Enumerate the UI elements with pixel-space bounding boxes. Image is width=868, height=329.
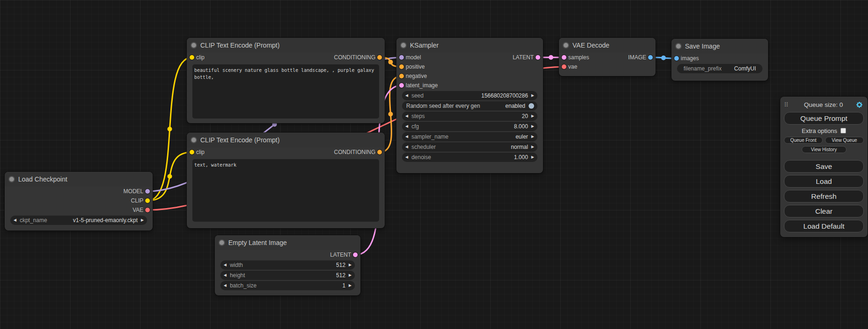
widget-seed[interactable]: ◀ seed 156680208700286 ▶ [402,91,537,100]
stepper-right-icon[interactable]: ▶ [531,125,534,128]
stepper-left-icon[interactable]: ◀ [405,114,408,118]
stepper-right-icon[interactable]: ▶ [349,273,352,277]
input-port-vae[interactable] [562,64,566,69]
widget-batch-size[interactable]: ◀ batch_size 1 ▶ [220,281,355,290]
negative-prompt-textarea[interactable]: text, watermark [192,159,379,222]
input-port-positive[interactable] [399,64,404,69]
widget-sampler-name[interactable]: ◀ sampler_name euler ▶ [402,132,537,141]
wire-midpoint-dot [661,56,666,60]
output-port-conditioning[interactable] [377,55,382,60]
extra-options-label: Extra options [802,127,837,134]
extra-options-row: Extra options [784,127,864,134]
stepper-left-icon[interactable]: ◀ [405,145,408,149]
input-port-images[interactable] [674,56,679,61]
node-ksampler[interactable]: KSampler model LATENT positive negative … [396,38,543,173]
node-vae-decode[interactable]: VAE Decode samples IMAGE vae [559,38,656,76]
input-port-clip[interactable] [190,55,194,60]
node-title: VAE Decode [572,42,609,49]
stepper-right-icon[interactable]: ▶ [349,284,352,287]
input-label: latent_image [406,82,438,89]
widget-scheduler[interactable]: ◀ scheduler normal ▶ [402,142,537,152]
settings-gear-icon[interactable] [855,100,864,109]
stepper-right-icon[interactable]: ▶ [531,114,534,118]
stepper-right-icon[interactable]: ▶ [531,94,534,98]
node-title-bar: VAE Decode [559,38,656,53]
node-title-bar: Save Image [671,39,768,54]
stepper-left-icon[interactable]: ◀ [14,218,16,222]
input-port-samples[interactable] [562,55,566,60]
control-panel: ⠿ Queue size: 0 Queue Prompt Extra optio… [780,97,868,237]
node-title: CLIP Text Encode (Prompt) [200,136,280,144]
widget-value: 512 [336,272,346,279]
input-port-model[interactable] [399,55,404,60]
widget-name: sampler_name [411,133,448,140]
output-port-vae[interactable] [145,208,150,212]
stepper-left-icon[interactable]: ◀ [224,284,226,287]
collapse-dot[interactable] [191,138,196,142]
input-port-clip[interactable] [190,150,194,154]
output-label: LATENT [513,54,534,61]
positive-prompt-textarea[interactable]: beautiful scenery nature glass bottle la… [192,64,379,119]
collapse-dot[interactable] [9,177,14,182]
node-clip-text-encode-negative[interactable]: CLIP Text Encode (Prompt) clip CONDITION… [187,133,385,228]
collapse-dot[interactable] [191,43,196,48]
node-title-bar: KSampler [396,38,543,53]
load-default-button[interactable]: Load Default [784,220,864,232]
input-label: model [406,54,421,61]
input-port-negative[interactable] [399,74,404,78]
node-graph-canvas[interactable]: Load Checkpoint MODEL CLIP VAE ◀ ckpt_na… [0,0,868,329]
view-queue-button[interactable]: View Queue [825,137,864,144]
stepper-left-icon[interactable]: ◀ [405,155,408,159]
stepper-right-icon[interactable]: ▶ [349,263,352,267]
clear-button[interactable]: Clear [784,205,864,217]
output-port-clip[interactable] [145,198,150,203]
stepper-right-icon[interactable]: ▶ [531,145,534,149]
node-title-bar: CLIP Text Encode (Prompt) [187,133,385,147]
node-load-checkpoint[interactable]: Load Checkpoint MODEL CLIP VAE ◀ ckpt_na… [5,172,153,231]
stepper-left-icon[interactable]: ◀ [224,273,226,277]
output-row: LATENT [215,250,360,259]
widget-ckpt-name[interactable]: ◀ ckpt_name v1-5-pruned-emaonly.ckpt ▶ [10,216,147,225]
widget-cfg[interactable]: ◀ cfg 8.000 ▶ [402,122,537,131]
stepper-right-icon[interactable]: ▶ [531,155,534,159]
widget-denoise[interactable]: ◀ denoise 1.000 ▶ [402,153,537,162]
widget-value: 512 [336,262,346,268]
stepper-left-icon[interactable]: ◀ [405,94,408,98]
output-row: CLIP [5,196,153,205]
load-button[interactable]: Load [784,175,864,188]
collapse-dot[interactable] [564,43,568,48]
output-port-latent[interactable] [536,55,540,60]
widget-filename-prefix[interactable]: filename_prefix ComfyUI [677,64,762,73]
collapse-dot[interactable] [219,240,224,245]
stepper-left-icon[interactable]: ◀ [405,135,408,139]
output-port-conditioning[interactable] [377,150,382,154]
output-port-image[interactable] [648,55,653,60]
queue-prompt-button[interactable]: Queue Prompt [784,112,864,125]
node-save-image[interactable]: Save Image images filename_prefix ComfyU… [671,39,768,81]
widget-random-seed-toggle[interactable]: Random seed after every gen enabled [402,101,537,111]
view-history-button[interactable]: View History [802,146,847,153]
output-label: VAE [133,207,143,213]
queue-front-button[interactable]: Queue Front [784,137,823,144]
stepper-right-icon[interactable]: ▶ [531,135,534,139]
stepper-right-icon[interactable]: ▶ [141,218,144,222]
input-port-latent-image[interactable] [399,83,404,88]
output-port-model[interactable] [145,189,150,194]
extra-options-checkbox[interactable] [840,128,846,133]
toggle-knob-icon[interactable] [529,103,534,109]
stepper-left-icon[interactable]: ◀ [224,263,226,267]
save-button[interactable]: Save [784,160,864,173]
drag-handle-icon[interactable]: ⠿ [784,101,791,108]
widget-height[interactable]: ◀ height 512 ▶ [220,271,355,280]
collapse-dot[interactable] [401,43,406,48]
stepper-left-icon[interactable]: ◀ [405,125,408,128]
widget-width[interactable]: ◀ width 512 ▶ [220,260,355,270]
widget-value: v1-5-pruned-emaonly.ckpt [73,217,138,224]
widget-steps[interactable]: ◀ steps 20 ▶ [402,112,537,121]
output-port-latent[interactable] [353,252,358,257]
node-clip-text-encode-positive[interactable]: CLIP Text Encode (Prompt) clip CONDITION… [187,38,385,123]
output-row: VAE [5,205,153,215]
collapse-dot[interactable] [676,44,681,49]
refresh-button[interactable]: Refresh [784,190,864,203]
node-empty-latent-image[interactable]: Empty Latent Image LATENT ◀ width 512 ▶ … [215,235,360,295]
